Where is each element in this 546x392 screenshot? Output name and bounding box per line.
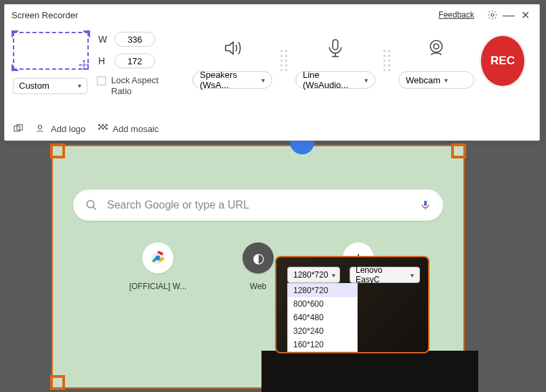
resolution-option[interactable]: 800*600: [288, 297, 357, 311]
region-preset-select[interactable]: Custom ▾: [13, 78, 87, 94]
shortcut-label: [OFFICIAL] W...: [129, 282, 187, 291]
svg-rect-15: [99, 124, 101, 126]
svg-point-11: [434, 44, 439, 49]
webcam-resolution-menu: 1280*720 800*600 640*480 320*240 160*120: [287, 283, 358, 352]
chevron-down-icon: ▾: [261, 77, 265, 84]
screen-recorder-panel: Screen Recorder Feedback — ✕ W: [4, 4, 540, 141]
webcam-resolution-select[interactable]: 1280*720 ▾: [287, 267, 340, 283]
webcam-block: Webcam ▾: [398, 32, 474, 89]
system-audio-block: Speakers (WsA... ▾: [192, 32, 272, 89]
webcam-preview-panel[interactable]: 1280*720 ▾ Lenovo EasyC ▾ 1280*720 800*6…: [275, 256, 429, 353]
shortcut-tile[interactable]: [OFFICIAL] W...: [129, 242, 187, 291]
webcam-feed-dark: [261, 351, 478, 392]
svg-rect-21: [102, 128, 104, 130]
speaker-icon: [220, 35, 245, 62]
chevron-down-icon: ▾: [332, 271, 335, 279]
checkbox-icon: [97, 77, 106, 85]
chevron-down-icon: ▾: [364, 77, 368, 84]
lock-aspect-label: Lock Aspect Ratio: [111, 75, 165, 96]
chevron-down-icon: ▾: [444, 77, 448, 84]
svg-point-14: [38, 125, 41, 129]
svg-rect-7: [333, 40, 338, 50]
height-input[interactable]: [114, 53, 155, 68]
screenshot-tool-icon[interactable]: [13, 123, 24, 134]
region-corner-handle[interactable]: [50, 375, 65, 390]
add-logo-label: Add logo: [51, 124, 85, 134]
microphone-block: Line (WsAudio... ▾: [295, 32, 375, 89]
browser-search-bar[interactable]: Search Google or type a URL: [73, 190, 443, 221]
svg-rect-17: [106, 124, 108, 126]
svg-line-1: [93, 206, 96, 210]
mic-level-indicator: [383, 50, 390, 71]
resolution-option[interactable]: 640*480: [288, 311, 357, 324]
audio-output-select[interactable]: Speakers (WsA... ▾: [192, 71, 272, 89]
mic-icon[interactable]: [420, 198, 431, 212]
add-mosaic-button[interactable]: Add mosaic: [98, 123, 159, 134]
add-mosaic-label: Add mosaic: [112, 124, 159, 134]
svg-rect-16: [102, 124, 104, 126]
webcam-camera-value: Lenovo EasyC: [356, 265, 406, 284]
svg-rect-20: [99, 128, 101, 130]
svg-rect-2: [424, 200, 427, 206]
svg-point-10: [430, 41, 442, 53]
svg-rect-22: [106, 128, 108, 130]
svg-rect-18: [100, 126, 102, 128]
app-title: Screen Recorder: [12, 10, 78, 20]
minimize-icon[interactable]: —: [501, 7, 516, 22]
chevron-down-icon: ▾: [78, 82, 81, 89]
capture-region-preview[interactable]: [13, 32, 89, 70]
google-logo-partial: [290, 139, 314, 154]
microphone-select[interactable]: Line (WsAudio... ▾: [295, 71, 375, 89]
audio-level-indicator: [280, 50, 287, 71]
lock-aspect-checkbox[interactable]: Lock Aspect Ratio: [97, 75, 165, 96]
bottom-toolbar: Add logo Add mosaic: [5, 117, 167, 140]
title-bar: Screen Recorder Feedback — ✕: [5, 5, 539, 25]
resolution-option[interactable]: 1280*720: [288, 284, 357, 297]
close-icon[interactable]: ✕: [518, 7, 532, 22]
svg-point-6: [491, 14, 494, 16]
audio-output-value: Speakers (WsA...: [200, 70, 257, 90]
region-preset-value: Custom: [19, 81, 49, 91]
feedback-link[interactable]: Feedback: [438, 10, 474, 20]
width-input[interactable]: [114, 32, 155, 47]
svg-point-0: [87, 200, 94, 208]
height-label: H: [98, 56, 108, 66]
shortcut-icon: [142, 242, 173, 274]
record-button[interactable]: REC: [481, 36, 524, 86]
search-icon: [85, 199, 98, 211]
width-label: W: [98, 34, 108, 45]
region-corner-handle[interactable]: [451, 144, 466, 158]
svg-rect-19: [104, 126, 106, 128]
resolution-option[interactable]: 320*240: [288, 324, 357, 338]
settings-icon[interactable]: [485, 7, 500, 22]
search-placeholder: Search Google or type a URL: [107, 199, 420, 211]
resolution-option[interactable]: 160*120: [288, 338, 357, 351]
microphone-value: Line (WsAudio...: [303, 70, 360, 90]
region-corner-handle[interactable]: [50, 144, 65, 158]
add-logo-button[interactable]: Add logo: [36, 123, 85, 134]
webcam-select[interactable]: Webcam ▾: [398, 71, 474, 89]
microphone-icon: [325, 35, 345, 62]
move-handle-icon[interactable]: [78, 59, 90, 71]
webcam-value: Webcam: [406, 75, 440, 85]
webcam-camera-select[interactable]: Lenovo EasyC ▾: [350, 267, 420, 283]
shortcut-icon: ◐: [243, 242, 274, 274]
webcam-resolution-value: 1280*720: [293, 270, 328, 280]
record-label: REC: [490, 54, 515, 68]
chevron-down-icon: ▾: [411, 271, 414, 279]
webcam-icon: [425, 35, 448, 62]
